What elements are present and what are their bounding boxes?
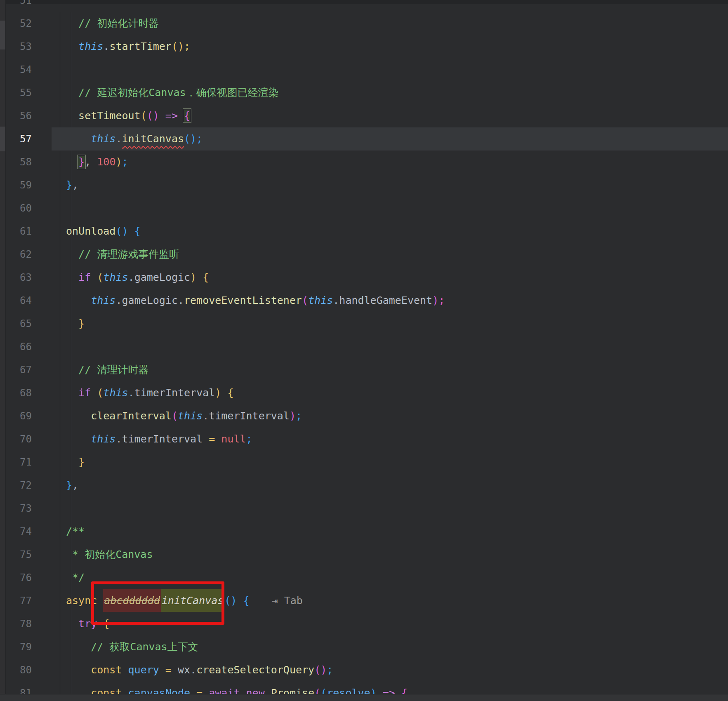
code-token: onUnload bbox=[66, 225, 115, 237]
line-number: 56 bbox=[6, 104, 52, 127]
line-number: 74 bbox=[6, 520, 52, 543]
code-line: 77async abcddddddinitCanvas() {⇥ Tab bbox=[6, 589, 728, 612]
line-number: 80 bbox=[6, 659, 52, 682]
code-text[interactable]: if (this.timerInterval) { bbox=[52, 381, 728, 405]
code-token bbox=[237, 595, 243, 607]
code-token: const bbox=[66, 664, 122, 676]
code-token: this bbox=[103, 271, 128, 283]
line-number: 65 bbox=[6, 312, 52, 335]
code-token: . bbox=[178, 294, 184, 306]
code-line: 76 */ bbox=[6, 566, 728, 589]
code-token: ( bbox=[172, 410, 178, 422]
code-token: gameLogic bbox=[122, 294, 177, 306]
code-text[interactable]: }, bbox=[52, 174, 728, 197]
code-line: 66 bbox=[6, 335, 728, 358]
bracket-match: { bbox=[184, 110, 190, 122]
code-text[interactable]: this.gameLogic.removeEventListener(this.… bbox=[52, 289, 728, 312]
line-number: 62 bbox=[6, 243, 52, 266]
code-token: ); bbox=[432, 294, 445, 306]
line-number: 57 bbox=[6, 127, 52, 151]
code-line: 64 this.gameLogic.removeEventListener(th… bbox=[6, 289, 728, 312]
code-text[interactable]: }, 100); bbox=[52, 151, 728, 174]
code-line: 80 const query = wx.createSelectorQuery(… bbox=[6, 659, 728, 682]
code-line: 72}, bbox=[6, 474, 728, 497]
code-text[interactable]: } bbox=[52, 451, 728, 474]
code-token: gameLogic bbox=[134, 271, 190, 283]
code-text[interactable]: // 初始化计时器 bbox=[52, 12, 728, 35]
code-text[interactable]: setTimeout(() => { bbox=[52, 104, 728, 127]
code-text[interactable]: clearInterval(this.timerInterval); bbox=[52, 405, 728, 428]
code-text[interactable]: if (this.gameLogic) { bbox=[52, 266, 728, 289]
code-line: 62 // 清理游戏事件监听 bbox=[6, 243, 728, 266]
code-text[interactable]: this.startTimer(); bbox=[52, 35, 728, 58]
code-line: 78 try { bbox=[6, 612, 728, 635]
inline-suggestion[interactable]: abcddddddinitCanvas bbox=[103, 589, 224, 612]
code-token: timerInterval bbox=[122, 433, 203, 445]
code-token: setTimeout bbox=[66, 110, 141, 122]
code-text[interactable]: // 清理计时器 bbox=[52, 358, 728, 381]
code-token: , bbox=[72, 479, 78, 491]
code-token bbox=[66, 156, 78, 168]
bracket-match: } bbox=[78, 156, 85, 168]
code-token: . bbox=[115, 294, 122, 306]
code-line-current: 57 this.initCanvas(); bbox=[6, 127, 728, 151]
code-token: this bbox=[103, 387, 128, 399]
code-token: wx bbox=[178, 664, 190, 676]
code-text[interactable]: /** bbox=[52, 520, 728, 543]
code-lines: 5152 // 初始化计时器53 this.startTimer();5455 … bbox=[6, 0, 728, 701]
code-token: ; bbox=[246, 433, 252, 445]
code-text[interactable]: this.timerInterval = null; bbox=[52, 428, 728, 451]
error-squiggle-token: initCanvas bbox=[122, 133, 184, 145]
code-text[interactable]: try { bbox=[52, 612, 728, 635]
code-line: 68 if (this.timerInterval) { bbox=[6, 381, 728, 405]
code-text[interactable]: } bbox=[52, 312, 728, 335]
code-line: 65 } bbox=[6, 312, 728, 335]
code-token: if bbox=[66, 387, 91, 399]
code-text[interactable]: // 获取Canvas上下文 bbox=[52, 635, 728, 659]
code-token: ( bbox=[97, 387, 103, 399]
code-text[interactable] bbox=[52, 0, 728, 12]
code-line: 79 // 获取Canvas上下文 bbox=[6, 635, 728, 659]
code-token: } bbox=[66, 479, 72, 491]
code-token: { bbox=[134, 225, 141, 237]
code-text[interactable]: onUnload() { bbox=[52, 220, 728, 243]
code-token: ( bbox=[97, 271, 103, 283]
code-token: try bbox=[66, 618, 97, 630]
line-number: 55 bbox=[6, 81, 52, 104]
line-number: 54 bbox=[6, 58, 52, 81]
code-token: . bbox=[333, 294, 339, 306]
code-token bbox=[97, 595, 103, 607]
code-text[interactable] bbox=[52, 335, 728, 358]
code-token: , bbox=[72, 179, 78, 191]
code-token: = bbox=[165, 664, 172, 676]
code-text[interactable]: const query = wx.createSelectorQuery(); bbox=[52, 659, 728, 682]
code-token bbox=[203, 433, 209, 445]
code-text[interactable]: // 延迟初始化Canvas，确保视图已经渲染 bbox=[52, 81, 728, 104]
code-token: } bbox=[66, 456, 85, 468]
code-line: 51 bbox=[6, 0, 728, 12]
code-token: if bbox=[66, 271, 91, 283]
code-line: 69 clearInterval(this.timerInterval); bbox=[6, 405, 728, 428]
code-text[interactable]: async abcddddddinitCanvas() {⇥ Tab bbox=[52, 589, 728, 612]
code-token bbox=[97, 618, 103, 630]
line-number: 76 bbox=[6, 566, 52, 589]
code-token: , bbox=[85, 156, 97, 168]
code-text[interactable] bbox=[52, 58, 728, 81]
code-text[interactable]: * 初始化Canvas bbox=[52, 543, 728, 566]
overview-ruler-strip[interactable] bbox=[0, 0, 5, 701]
code-text[interactable] bbox=[52, 497, 728, 520]
code-text[interactable]: // 清理游戏事件监听 bbox=[52, 243, 728, 266]
code-line: 60 bbox=[6, 197, 728, 220]
code-text[interactable]: this.initCanvas(); bbox=[52, 127, 728, 151]
code-token: ) bbox=[153, 110, 165, 122]
code-text[interactable]: }, bbox=[52, 474, 728, 497]
code-token: . bbox=[128, 387, 134, 399]
line-number: 68 bbox=[6, 381, 52, 405]
code-token: ( bbox=[141, 110, 147, 122]
line-number: 52 bbox=[6, 12, 52, 35]
code-text[interactable] bbox=[52, 197, 728, 220]
code-token: this bbox=[66, 133, 115, 145]
code-text[interactable]: */ bbox=[52, 566, 728, 589]
ruler-decoration-top bbox=[0, 21, 5, 49]
code-token: . bbox=[128, 271, 134, 283]
